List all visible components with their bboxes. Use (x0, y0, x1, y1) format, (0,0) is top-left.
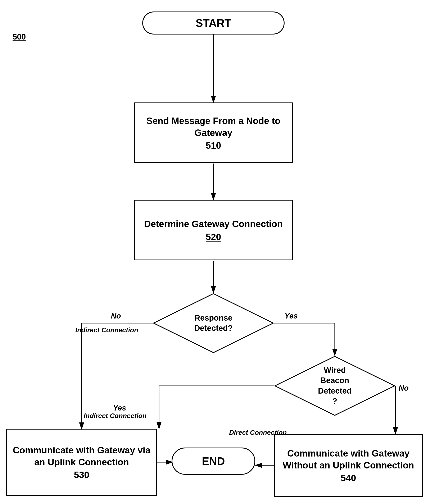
diagram-label: 500 (13, 32, 26, 42)
box-540: Communicate with Gateway Without an Upli… (274, 434, 423, 497)
yes-label-1: Yes (284, 312, 298, 320)
box-530: Communicate with Gateway via an Uplink C… (6, 429, 157, 496)
diamond-wired: Wired Beacon Detected ? (274, 356, 396, 416)
direct-connection-label: Direct Connection (229, 429, 287, 436)
indirect-connection-label-1: Indirect Connection (75, 326, 138, 334)
no-label-2: No (399, 384, 409, 392)
svg-marker-1 (275, 356, 395, 415)
yes-label-2: Yes (113, 404, 126, 413)
svg-marker-0 (154, 294, 273, 353)
diagram-container: 500 START Send Message From a Node to Ga… (0, 0, 426, 504)
diamond-response: Response Detected? (153, 293, 274, 353)
end-node: END (171, 448, 255, 475)
box-510: Send Message From a Node to Gateway 510 (134, 103, 293, 163)
indirect-connection-label-2: Indirect Connection (84, 412, 146, 420)
box-520: Determine Gateway Connection 520 (134, 200, 293, 260)
start-node: START (142, 12, 284, 35)
no-label-1: No (111, 312, 121, 320)
